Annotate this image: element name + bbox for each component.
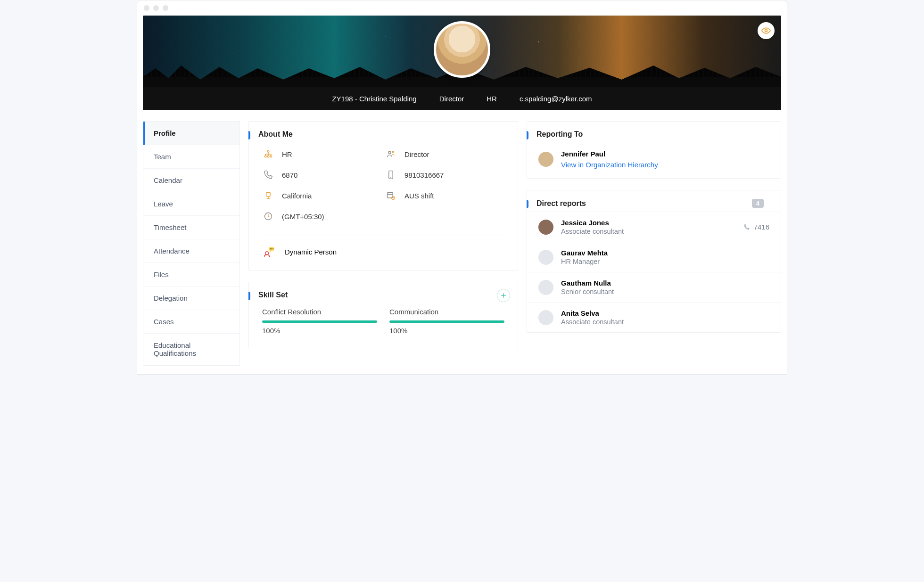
report-title: Associate consultant: [561, 318, 769, 326]
sidebar-item-label: Delegation: [154, 294, 188, 302]
card-title: About Me: [258, 130, 293, 139]
eye-icon: [761, 26, 771, 35]
traffic-close[interactable]: [144, 5, 149, 11]
mobile-icon: [386, 170, 396, 180]
report-name: Jessica Jones: [561, 219, 736, 227]
svg-point-4: [270, 156, 272, 157]
report-ext-value: 7416: [754, 223, 769, 231]
manager-row[interactable]: Jennifer Paul View in Organization Hiera…: [527, 142, 781, 178]
profile-banner: ZY198 - Christine Spalding Director HR c…: [143, 16, 781, 110]
skill-item: Conflict Resolution 100%: [262, 308, 377, 335]
sidebar-item-files[interactable]: Files: [143, 263, 239, 287]
card-title: Reporting To: [536, 130, 583, 139]
skill-percent: 100%: [389, 327, 504, 335]
plus-icon: [500, 292, 507, 299]
direct-report-row[interactable]: Jessica Jones Associate consultant 7416: [527, 212, 781, 242]
sidebar-item-timesheet[interactable]: Timesheet: [143, 216, 239, 239]
report-avatar: [538, 280, 553, 295]
svg-point-0: [765, 30, 767, 32]
svg-point-16: [265, 252, 269, 255]
sidebar-item-label: Team: [154, 153, 171, 161]
svg-point-2: [264, 156, 266, 157]
skill-item: Communication 100%: [389, 308, 504, 335]
sidebar-item-label: Leave: [154, 200, 173, 208]
about-designation-value: Director: [404, 150, 429, 158]
org-icon: [263, 149, 273, 159]
card-title: Skill Set: [258, 291, 288, 299]
about-mobile-row: 9810316667: [386, 170, 503, 180]
direct-reports-count-badge: 4: [752, 199, 764, 208]
about-location-value: California: [282, 192, 312, 200]
direct-reports-card: Direct reports 4 Jessica Jones Associate…: [527, 190, 781, 333]
sidebar-item-profile[interactable]: Profile: [143, 122, 239, 145]
svg-point-6: [392, 151, 394, 153]
window-controls: [137, 0, 787, 16]
sidebar-item-cases[interactable]: Cases: [143, 310, 239, 334]
about-mobile-value: 9810316667: [404, 171, 444, 179]
speech-person-icon: [263, 246, 275, 258]
skill-progress-fill: [389, 320, 504, 323]
direct-report-row[interactable]: Gaurav Mehta HR Manager: [527, 242, 781, 272]
employee-department: HR: [487, 95, 497, 103]
svg-rect-9: [266, 192, 270, 196]
manager-name: Jennifer Paul: [561, 150, 658, 158]
phone-icon: [263, 170, 273, 180]
employee-job-title: Director: [439, 95, 464, 103]
sidebar-item-label: Timesheet: [154, 223, 186, 231]
sidebar-item-label: Cases: [154, 318, 174, 326]
employee-email: c.spalding@zylker.com: [520, 95, 592, 103]
report-name: Anita Selva: [561, 309, 769, 317]
report-name: Gaurav Mehta: [561, 249, 769, 257]
reporting-to-heading: Reporting To: [527, 122, 781, 142]
skill-percent: 100%: [262, 327, 377, 335]
employee-id-name: ZY198 - Christine Spalding: [332, 95, 416, 103]
about-shift-row: AUS shift: [386, 190, 503, 201]
report-avatar: [538, 250, 553, 265]
svg-point-5: [388, 151, 391, 154]
about-shift-value: AUS shift: [404, 192, 434, 200]
about-location-row: California: [263, 190, 381, 201]
location-icon: [263, 190, 273, 201]
svg-point-20: [272, 248, 273, 249]
sidebar-item-delegation[interactable]: Delegation: [143, 287, 239, 310]
card-title: Direct reports: [536, 199, 586, 208]
report-title: HR Manager: [561, 258, 769, 265]
traffic-min[interactable]: [153, 5, 159, 11]
skill-set-card: Skill Set Conflict Resolution 100% Commu…: [248, 282, 518, 348]
traffic-max[interactable]: [163, 5, 168, 11]
skill-progress-fill: [262, 320, 377, 323]
svg-point-18: [270, 248, 271, 249]
about-designation-row: Director: [386, 149, 503, 159]
direct-report-row[interactable]: Anita Selva Associate consultant: [527, 302, 781, 332]
manager-avatar: [538, 152, 553, 167]
direct-report-row[interactable]: Gautham Nulla Senior consultant: [527, 272, 781, 302]
svg-point-3: [267, 156, 269, 157]
report-extension: 7416: [743, 223, 769, 231]
about-extension-value: 6870: [282, 171, 297, 179]
sidebar-item-educational-qualifications[interactable]: Educational Qualifications: [143, 334, 239, 365]
about-tagline-value: Dynamic Person: [285, 248, 337, 256]
sidebar-item-label: Profile: [154, 129, 176, 137]
sidebar-item-calendar[interactable]: Calendar: [143, 169, 239, 192]
profile-header-strip: ZY198 - Christine Spalding Director HR c…: [143, 87, 781, 110]
about-department-value: HR: [282, 150, 292, 158]
visibility-toggle-button[interactable]: [758, 22, 775, 39]
sidebar-item-attendance[interactable]: Attendance: [143, 239, 239, 263]
add-skill-button[interactable]: [497, 289, 510, 302]
clock-icon: [263, 211, 273, 221]
skill-name: Conflict Resolution: [262, 308, 377, 316]
about-timezone-value: (GMT+05:30): [282, 213, 324, 221]
direct-reports-heading: Direct reports 4: [527, 190, 781, 212]
user-icon: [386, 149, 396, 159]
about-me-heading: About Me: [249, 122, 518, 142]
about-extension-row: 6870: [263, 170, 381, 180]
sidebar-item-leave[interactable]: Leave: [143, 192, 239, 216]
sidebar-item-team[interactable]: Team: [143, 145, 239, 169]
profile-avatar[interactable]: [434, 21, 490, 78]
report-title: Senior consultant: [561, 288, 769, 295]
skill-set-heading: Skill Set: [249, 282, 518, 303]
reporting-to-card: Reporting To Jennifer Paul View in Organ…: [527, 121, 781, 179]
view-hierarchy-link[interactable]: View in Organization Hierarchy: [561, 161, 658, 169]
about-timezone-row: (GMT+05:30): [263, 211, 381, 221]
report-avatar: [538, 310, 553, 325]
